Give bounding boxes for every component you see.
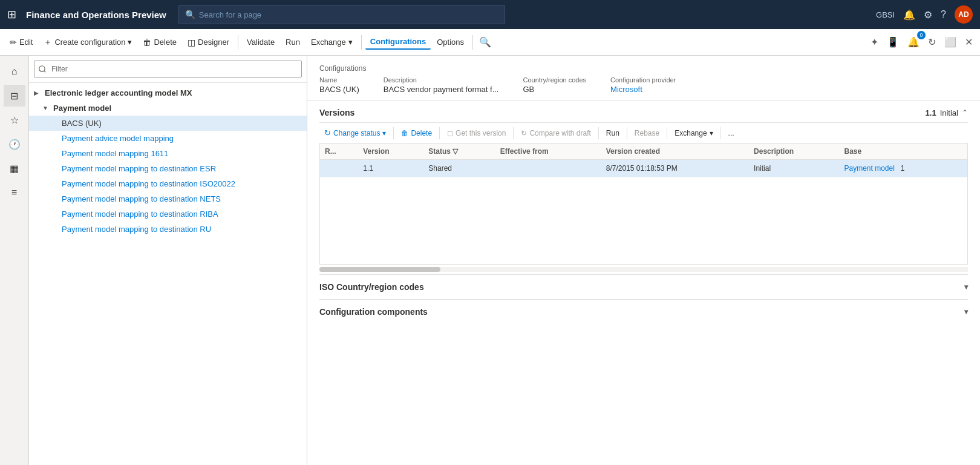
provider-value[interactable]: Microsoft xyxy=(610,85,676,94)
description-label: Description xyxy=(384,76,499,84)
col-header-status: Status ▽ xyxy=(423,143,495,160)
provider-label: Configuration provider xyxy=(610,76,676,84)
edit-button[interactable]: ✏ Edit xyxy=(5,35,38,50)
search-bar[interactable]: 🔍 xyxy=(178,5,505,24)
sidebar-table-icon[interactable]: ▦ xyxy=(4,157,25,179)
sparkle-icon[interactable]: ✦ xyxy=(868,34,881,50)
toolbar-right: ✦ 📱 🔔 0 ↻ ⬜ ✕ xyxy=(868,34,975,50)
config-field-name: Name BACS (UK) xyxy=(319,76,359,94)
configurations-label: Configurations xyxy=(319,64,968,73)
tree-item-label: Payment model mapping to destination ESR xyxy=(62,164,216,173)
table-row[interactable]: 1.1 Shared 8/7/2015 01:18:53 PM Initial … xyxy=(320,160,967,177)
options-tab[interactable]: Options xyxy=(432,35,469,49)
create-config-button[interactable]: ＋ Create configuration ▾ xyxy=(39,35,137,50)
run-button[interactable]: Run xyxy=(281,35,305,49)
version-number: 1.1 xyxy=(926,108,936,117)
base-link[interactable]: Payment model xyxy=(844,164,894,173)
refresh-icon[interactable]: ↻ xyxy=(926,34,938,50)
tree-item-payment-advice[interactable]: Payment advice model mapping xyxy=(29,131,307,146)
col-header-description: Description xyxy=(749,143,839,160)
cell-base: Payment model 1 xyxy=(839,160,967,177)
validate-button[interactable]: Validate xyxy=(242,35,279,49)
notification-toolbar-icon[interactable]: 🔔 0 xyxy=(905,34,922,50)
tree-item-label: Payment model mapping to destination ISO… xyxy=(62,179,235,188)
tree-item-label: Payment advice model mapping xyxy=(62,134,174,143)
tree-item-label: Payment model mapping to destination RIB… xyxy=(62,209,218,219)
iso-section-header[interactable]: ISO Country/region codes ▾ xyxy=(319,275,968,299)
sidebar-clock-icon[interactable]: 🕐 xyxy=(4,133,25,155)
ver-separator-5 xyxy=(627,127,627,139)
exchange-dropdown-icon: ▾ xyxy=(348,38,353,47)
main-layout: ⌂ ⊟ ☆ 🕐 ▦ ≡ ▶ Electronic ledger accounti… xyxy=(0,56,980,465)
close-icon[interactable]: ✕ xyxy=(962,34,975,50)
col-header-created: Version created xyxy=(601,143,749,160)
tree-item-mapping-nets[interactable]: Payment model mapping to destination NET… xyxy=(29,191,307,206)
tree-item-bacs-uk[interactable]: BACS (UK) xyxy=(29,116,307,131)
scroll-thumb[interactable] xyxy=(319,267,440,272)
toolbar-separator-3 xyxy=(472,35,473,50)
restore-icon[interactable]: ⬜ xyxy=(942,34,959,50)
toolbar-separator-1 xyxy=(238,35,238,50)
designer-icon: ◫ xyxy=(188,38,195,47)
delete-button[interactable]: 🗑 Delete xyxy=(138,35,181,50)
username-label: GBSI xyxy=(876,10,895,19)
country-label: Country/region codes xyxy=(523,76,586,84)
tree-item-mapping-ru[interactable]: Payment model mapping to destination RU xyxy=(29,222,307,237)
tree-item-mapping-riba[interactable]: Payment model mapping to destination RIB… xyxy=(29,206,307,222)
versions-run-button[interactable]: Run xyxy=(601,127,624,139)
search-icon: 🔍 xyxy=(185,10,195,19)
versions-table: R... Version Status ▽ Effective from Ver… xyxy=(320,143,967,177)
phone-icon[interactable]: 📱 xyxy=(884,34,901,50)
tree-item-mapping-esr[interactable]: Payment model mapping to destination ESR xyxy=(29,161,307,176)
top-bar: ⊞ Finance and Operations Preview 🔍 GBSI … xyxy=(0,0,980,29)
config-field-description: Description BACS vendor payment format f… xyxy=(384,76,499,94)
name-value: BACS (UK) xyxy=(319,85,359,94)
more-button[interactable]: ... xyxy=(724,127,739,139)
ver-separator-7 xyxy=(720,127,721,139)
components-section-header[interactable]: Configuration components ▾ xyxy=(319,300,968,324)
sidebar-star-icon[interactable]: ☆ xyxy=(4,109,25,131)
sidebar-home-icon[interactable]: ⌂ xyxy=(4,61,25,82)
compare-with-draft-button[interactable]: ↻ Compare with draft xyxy=(516,127,595,139)
rebase-button[interactable]: Rebase xyxy=(630,127,664,139)
search-input[interactable] xyxy=(199,10,498,19)
iso-chevron-icon: ▾ xyxy=(964,283,968,291)
cell-created: 8/7/2015 01:18:53 PM xyxy=(601,160,749,177)
cell-effective xyxy=(495,160,601,177)
tree-filter-input[interactable] xyxy=(34,61,302,78)
get-this-version-button[interactable]: ◻ Get this version xyxy=(442,127,511,139)
section-header: Versions 1.1 Initial ⌃ xyxy=(319,101,968,123)
cell-version: 1.1 xyxy=(358,160,423,177)
expand-icon-payment: ▼ xyxy=(42,105,51,111)
tree-item-mapping-1611[interactable]: Payment model mapping 1611 xyxy=(29,146,307,161)
plus-icon: ＋ xyxy=(44,37,52,48)
toolbar: ✏ Edit ＋ Create configuration ▾ 🗑 Delete… xyxy=(0,29,980,56)
configurations-tab[interactable]: Configurations xyxy=(365,35,431,50)
tree-item-mapping-iso20022[interactable]: Payment model mapping to destination ISO… xyxy=(29,176,307,191)
versions-delete-button[interactable]: 🗑 Delete xyxy=(396,127,437,139)
help-icon[interactable]: ? xyxy=(941,9,946,20)
col-header-base: Base xyxy=(839,143,967,160)
tree-item-label: BACS (UK) xyxy=(62,119,102,128)
grid-icon[interactable]: ⊞ xyxy=(7,8,16,21)
versions-exchange-button[interactable]: Exchange ▾ xyxy=(670,127,717,139)
create-config-dropdown-icon: ▾ xyxy=(128,38,132,47)
settings-icon[interactable]: ⚙ xyxy=(924,9,932,21)
exchange-button[interactable]: Exchange ▾ xyxy=(306,35,358,49)
avatar[interactable]: AD xyxy=(955,5,973,24)
designer-button[interactable]: ◫ Designer xyxy=(183,35,234,50)
tree-item-electronic-ledger[interactable]: ▶ Electronic ledger accounting model MX xyxy=(29,85,307,101)
col-header-r: R... xyxy=(320,143,358,160)
status-filter-icon[interactable]: ▽ xyxy=(452,147,458,156)
collapse-icon[interactable]: ⌃ xyxy=(962,108,968,117)
section-version-badge: 1.1 Initial ⌃ xyxy=(926,108,968,117)
sidebar-filter-icon[interactable]: ⊟ xyxy=(4,85,25,107)
cell-description: Initial xyxy=(749,160,839,177)
search-toolbar-icon[interactable]: 🔍 xyxy=(477,34,494,50)
change-status-button[interactable]: ↻ Change status ▾ xyxy=(319,127,391,139)
notification-icon[interactable]: 🔔 xyxy=(903,9,915,21)
sidebar-list-icon[interactable]: ≡ xyxy=(4,182,25,203)
col-header-effective: Effective from xyxy=(495,143,601,160)
tree-item-payment-model[interactable]: ▼ Payment model xyxy=(29,101,307,116)
ver-separator-1 xyxy=(393,127,394,139)
